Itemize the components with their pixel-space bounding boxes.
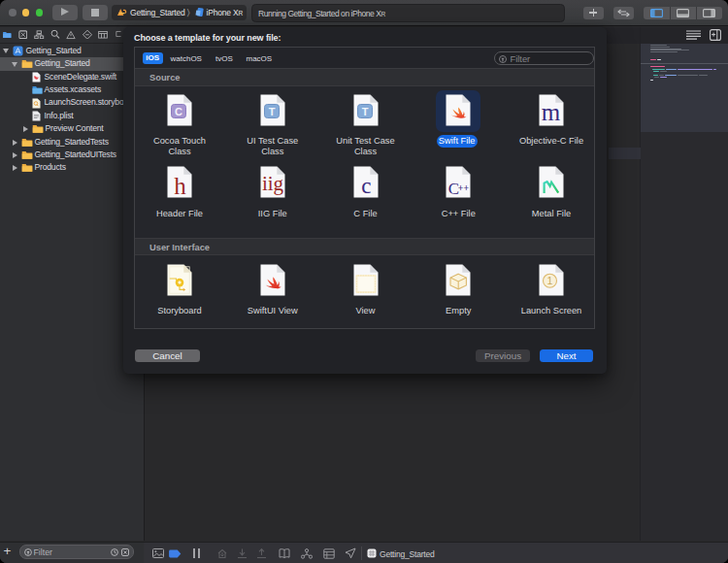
svg-text:m: m — [542, 99, 561, 125]
svg-text:1: 1 — [547, 275, 553, 286]
svg-text:T: T — [361, 106, 368, 117]
svg-text:C: C — [175, 106, 182, 117]
svg-text:T: T — [268, 106, 275, 117]
svg-text:h: h — [174, 173, 186, 198]
svg-text:++: ++ — [458, 182, 470, 193]
svg-text:c: c — [361, 174, 371, 198]
svg-text:iig: iig — [262, 172, 284, 195]
